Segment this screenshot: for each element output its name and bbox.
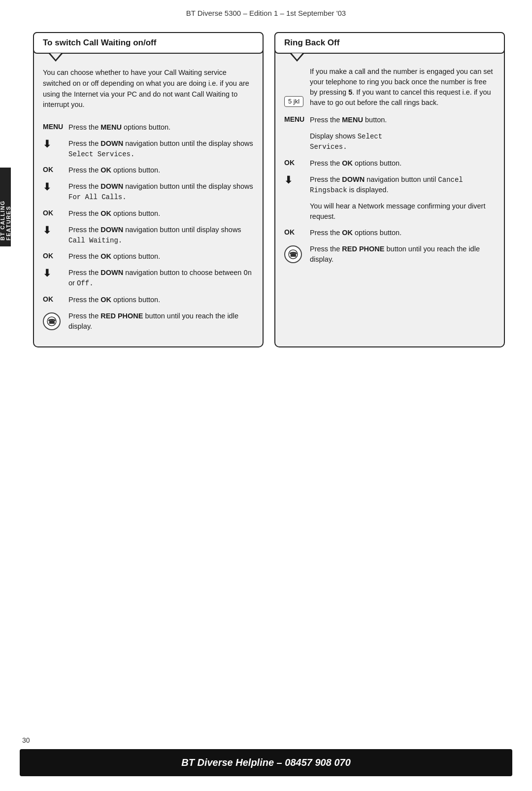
- left-down2-text: Press the DOWN navigation button until t…: [68, 181, 254, 202]
- right-step-display: Display shows SelectServices.: [284, 131, 495, 152]
- left-down2-label: ⬇: [43, 181, 68, 192]
- left-ok4-label: OK: [43, 295, 68, 303]
- svg-text:☎: ☎: [48, 318, 56, 325]
- footer-text: BT Diverse Helpline – 08457 908 070: [181, 757, 351, 768]
- left-ok2-label: OK: [43, 208, 68, 217]
- header-text: BT Diverse 5300 – Edition 1 – 1st Septem…: [186, 9, 346, 17]
- left-ok3-text: Press the OK options button.: [68, 251, 254, 262]
- left-menu-text: Press the MENU options button.: [68, 122, 254, 133]
- left-panel: To switch Call Waiting on/off You can ch…: [33, 32, 264, 347]
- right-intro-row: 5 jkl If you make a call and the number …: [284, 67, 495, 108]
- right-ok1-label: OK: [284, 158, 310, 167]
- right-phone-text: Press the RED PHONE button until you rea…: [310, 244, 495, 265]
- left-step-down3: ⬇ Press the DOWN navigation button until…: [43, 225, 254, 245]
- left-intro-text: You can choose whether to have your Call…: [43, 68, 254, 110]
- page: BT Diverse 5300 – Edition 1 – 1st Septem…: [0, 0, 532, 791]
- right-phone-icon: ☎: [284, 245, 302, 263]
- right-step-down1: ⬇ Press the DOWN navigation button until…: [284, 174, 495, 196]
- left-panel-title: To switch Call Waiting on/off: [33, 32, 264, 54]
- svg-text:☎: ☎: [289, 251, 297, 258]
- right-step-ok2: OK Press the OK options button.: [284, 228, 495, 238]
- left-step-ok4: OK Press the OK options button.: [43, 295, 254, 305]
- left-ok1-text: Press the OK options button.: [68, 165, 254, 175]
- left-step-ok1: OK Press the OK options button.: [43, 165, 254, 175]
- left-step-down1: ⬇ Press the DOWN navigation button until…: [43, 138, 254, 159]
- right-panel-body: 5 jkl If you make a call and the number …: [275, 62, 504, 265]
- left-down1-label: ⬇: [43, 138, 68, 149]
- page-number: 30: [22, 736, 30, 744]
- left-menu-label: MENU: [43, 122, 68, 131]
- page-header: BT Diverse 5300 – Edition 1 – 1st Septem…: [0, 0, 532, 22]
- left-down3-label: ⬇: [43, 225, 68, 235]
- right-bubble-pointer: [290, 54, 304, 62]
- right-step-ok1: OK Press the OK options button.: [284, 158, 495, 169]
- right-display-text: Display shows SelectServices.: [310, 131, 495, 152]
- right-panel-title: Ring Back Off: [274, 32, 505, 54]
- left-down4-label: ⬇: [43, 268, 68, 278]
- right-panel: Ring Back Off 5 jkl If you make a call a…: [274, 32, 505, 347]
- left-panel-body: MENU Press the MENU options button. ⬇ Pr…: [34, 117, 263, 332]
- right-intro-text: If you make a call and the number is eng…: [310, 67, 495, 108]
- right-network-label: [284, 201, 310, 202]
- left-ok1-label: OK: [43, 165, 68, 173]
- left-ok2-text: Press the OK options button.: [68, 208, 254, 219]
- left-ok3-label: OK: [43, 251, 68, 260]
- key-5-label: 5 jkl: [284, 96, 303, 107]
- right-down1-text: Press the DOWN navigation button until C…: [310, 174, 495, 196]
- right-ok2-label: OK: [284, 228, 310, 236]
- left-step-phone: ☎ Press the RED PHONE button until you r…: [43, 311, 254, 332]
- left-step-ok2: OK Press the OK options button.: [43, 208, 254, 219]
- main-content: To switch Call Waiting on/off You can ch…: [11, 22, 532, 357]
- left-down4-text: Press the DOWN navigation button to choo…: [68, 268, 254, 289]
- right-key-wrapper: 5 jkl: [284, 67, 310, 107]
- right-down1-label: ⬇: [284, 174, 310, 185]
- left-phone-label: ☎: [43, 311, 68, 330]
- right-network-text: You will hear a Network message confirmi…: [310, 201, 495, 222]
- right-step-phone: ☎ Press the RED PHONE button until you r…: [284, 244, 495, 265]
- left-phone-icon: ☎: [43, 312, 61, 330]
- left-ok4-text: Press the OK options button.: [68, 295, 254, 305]
- right-ok1-text: Press the OK options button.: [310, 158, 495, 169]
- right-step-network: You will hear a Network message confirmi…: [284, 201, 495, 222]
- page-footer: BT Diverse Helpline – 08457 908 070: [20, 749, 512, 776]
- left-phone-text: Press the RED PHONE button until you rea…: [68, 311, 254, 332]
- right-menu-label: MENU: [284, 115, 310, 123]
- right-ok2-text: Press the OK options button.: [310, 228, 495, 238]
- left-down3-text: Press the DOWN navigation button until d…: [68, 225, 254, 245]
- left-step-menu: MENU Press the MENU options button.: [43, 122, 254, 133]
- left-step-ok3: OK Press the OK options button.: [43, 251, 254, 262]
- left-bubble-pointer: [49, 54, 63, 62]
- left-step-down4: ⬇ Press the DOWN navigation button to ch…: [43, 268, 254, 289]
- right-display-label: [284, 131, 310, 132]
- left-step-down2: ⬇ Press the DOWN navigation button until…: [43, 181, 254, 202]
- right-phone-label: ☎: [284, 244, 310, 263]
- right-menu-text: Press the MENU button.: [310, 115, 495, 125]
- left-down1-text: Press the DOWN navigation button until t…: [68, 138, 254, 159]
- right-step-menu: MENU Press the MENU button.: [284, 115, 495, 125]
- side-tab: BT CALLING FEATURES: [0, 168, 11, 246]
